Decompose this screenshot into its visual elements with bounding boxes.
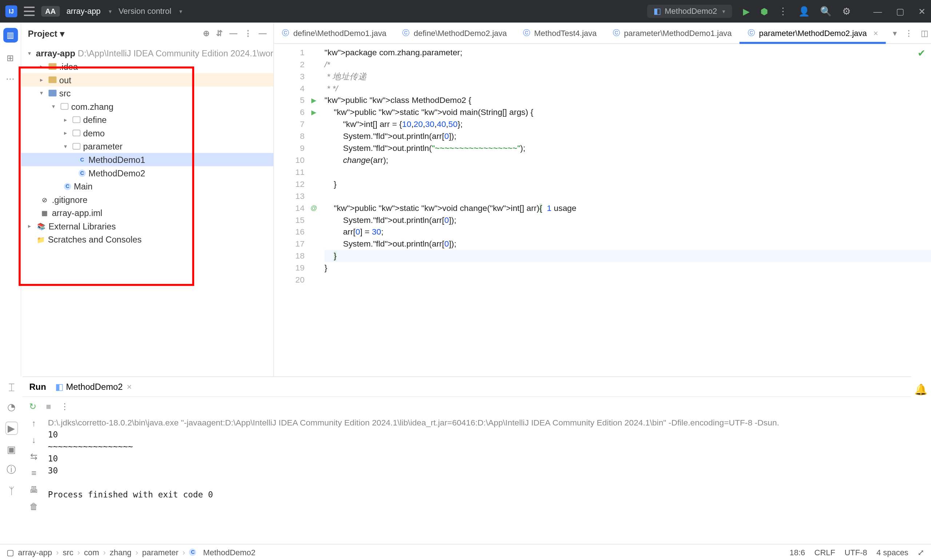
- inspection-ok-icon[interactable]: ✔: [917, 48, 926, 58]
- breadcrumb[interactable]: array-app › src › com › zhang › paramete…: [18, 548, 255, 557]
- problems-icon[interactable]: ▣: [7, 444, 15, 455]
- gutter-icons: ▶▶@: [308, 44, 319, 376]
- tab-define-demo2[interactable]: ⓒdefine\MethodDemo2.java: [395, 23, 515, 43]
- idea-logo-icon: IJ: [5, 5, 17, 17]
- tree-scratch[interactable]: 📁Scratches and Consoles: [22, 233, 274, 246]
- encoding[interactable]: UTF-8: [845, 548, 867, 557]
- run-config-name: MethodDemo2: [665, 6, 717, 16]
- run-config-tab[interactable]: ◧MethodDemo2 ×: [55, 382, 132, 392]
- chevron-down-icon: ▾: [179, 8, 183, 15]
- more-actions-icon[interactable]: ⋮: [778, 6, 788, 16]
- tree-root[interactable]: ▾ array-app D:\App\IntelliJ IDEA Communi…: [22, 46, 274, 60]
- chevron-down-icon: ▾: [60, 28, 65, 38]
- event-log-icon[interactable]: ⓘ: [6, 464, 16, 476]
- tree-iml[interactable]: ▦array-app.iml: [22, 206, 274, 220]
- indent[interactable]: 4 spaces: [876, 548, 908, 557]
- close-run-tab-icon[interactable]: ×: [126, 382, 132, 392]
- tree-gitignore[interactable]: ⊘.gitignore: [22, 193, 274, 206]
- editor-area: ⓒdefine\MethodDemo1.java ⓒdefine\MethodD…: [274, 23, 931, 376]
- git-icon[interactable]: ᛉ: [9, 485, 14, 496]
- rerun-icon[interactable]: ↻: [29, 402, 36, 411]
- close-button[interactable]: ✕: [918, 6, 926, 16]
- root-name: array-app: [36, 48, 75, 58]
- down-icon[interactable]: ↓: [32, 435, 36, 445]
- tree-demo[interactable]: ▸demo: [22, 126, 274, 140]
- print-icon[interactable]: 🖶: [29, 485, 38, 495]
- left-tool-rail: ▥ ⊞ ⋯: [0, 23, 22, 376]
- project-tool-button[interactable]: ▥: [3, 28, 17, 43]
- chevron-down-icon[interactable]: ▾: [893, 28, 897, 38]
- run-button[interactable]: ▶: [743, 6, 749, 16]
- minimize-button[interactable]: —: [873, 6, 882, 16]
- tab-param-demo1[interactable]: ⓒparameter\MethodDemo1.java: [605, 23, 740, 43]
- close-tab-icon[interactable]: ×: [874, 28, 878, 38]
- tree-pkg[interactable]: ▾com.zhang: [22, 100, 274, 113]
- console-output[interactable]: D:\.jdks\corretto-18.0.2\bin\java.exe "-…: [45, 415, 911, 544]
- debug-button[interactable]: ⬢: [760, 6, 768, 16]
- run-config-selector[interactable]: ◧ MethodDemo2 ▾: [646, 5, 732, 18]
- up-icon[interactable]: ↑: [32, 418, 36, 428]
- line-sep[interactable]: CRLF: [814, 548, 835, 557]
- source-code[interactable]: "kw">package com.zhang.parameter; /* * 地…: [319, 44, 931, 376]
- tree-out[interactable]: ▸out: [22, 73, 274, 86]
- run-tool-icon[interactable]: ▶: [5, 422, 18, 435]
- editor-tabs: ⓒdefine\MethodDemo1.java ⓒdefine\MethodD…: [274, 23, 931, 44]
- clear-icon[interactable]: 🗑: [29, 502, 38, 511]
- user-icon[interactable]: 👤: [798, 6, 809, 16]
- search-icon[interactable]: 🔍: [820, 6, 831, 16]
- services-icon[interactable]: ◔: [7, 402, 15, 412]
- vcs-menu[interactable]: Version control: [118, 6, 171, 16]
- project-chip: AA: [41, 6, 60, 16]
- code-editor[interactable]: ✔ 1234567891011121314151617181920 ▶▶@ "k…: [274, 44, 931, 376]
- maximize-button[interactable]: ▢: [896, 6, 904, 16]
- collapse-icon[interactable]: —: [229, 29, 237, 38]
- expand-icon[interactable]: ⇵: [216, 29, 223, 38]
- tree-extlib[interactable]: ▸📚External Libraries: [22, 219, 274, 233]
- sidebar-title[interactable]: Project: [28, 28, 57, 38]
- run-options-icon[interactable]: ⋮: [60, 402, 69, 411]
- tab-define-demo1[interactable]: ⓒdefine\MethodDemo1.java: [274, 23, 394, 43]
- readonly-icon[interactable]: ⤢: [917, 548, 924, 557]
- run-tab-label[interactable]: Run: [29, 382, 46, 392]
- scroll-end-icon[interactable]: ≡: [31, 468, 36, 478]
- hide-icon[interactable]: —: [259, 29, 266, 38]
- tree-main[interactable]: CMain: [22, 180, 274, 193]
- project-sidebar: Project ▾ ⊕ ⇵ — ⋮ — ▾ array-app D:\App\I…: [22, 23, 274, 376]
- root-path: D:\App\IntelliJ IDEA Community Edition 2…: [78, 48, 274, 58]
- terminal-icon[interactable]: ⌶: [9, 382, 14, 392]
- split-editor-icon[interactable]: ◫: [921, 28, 928, 38]
- tree-methoddemo1[interactable]: CMethodDemo1: [22, 153, 274, 166]
- caret-position[interactable]: 18:6: [789, 548, 805, 557]
- tree-methoddemo2[interactable]: CMethodDemo2: [22, 166, 274, 180]
- tree-define[interactable]: ▸define: [22, 113, 274, 126]
- project-tree[interactable]: ▾ array-app D:\App\IntelliJ IDEA Communi…: [22, 44, 274, 376]
- tab-options-icon[interactable]: ⋮: [905, 28, 913, 38]
- console-toolbar: ↑ ↓ ⇆ ≡ 🖶 🗑: [23, 415, 45, 544]
- structure-tool-icon[interactable]: ⊞: [6, 53, 14, 63]
- chevron-down-icon: ▾: [722, 8, 726, 15]
- main-menu-button[interactable]: [24, 6, 35, 16]
- settings-icon[interactable]: ⚙: [842, 6, 851, 16]
- status-bar: ▢ array-app › src › com › zhang › parame…: [0, 544, 931, 560]
- tree-parameter[interactable]: ▾parameter: [22, 140, 274, 153]
- more-tool-icon[interactable]: ⋯: [6, 74, 15, 84]
- tab-param-demo2[interactable]: ⓒparameter\MethodDemo2.java ×: [740, 23, 886, 43]
- tab-methodtest4[interactable]: ⓒMethodTest4.java: [515, 23, 605, 43]
- run-panel: Run ◧MethodDemo2 × ↻ ■ ⋮ ↑ ↓ ⇆ ≡ 🖶 🗑: [23, 376, 911, 544]
- locate-icon[interactable]: ⊕: [203, 29, 209, 38]
- line-gutter: 1234567891011121314151617181920: [274, 44, 308, 376]
- tree-src[interactable]: ▾src: [22, 86, 274, 100]
- notifications-icon[interactable]: 🔔: [914, 383, 928, 395]
- chevron-down-icon: ▾: [109, 8, 112, 15]
- stop-icon[interactable]: ■: [46, 402, 51, 411]
- bottom-left-rail: ⌶ ◔ ▶ ▣ ⓘ ᛉ: [0, 376, 23, 544]
- titlebar: IJ AA array-app ▾ Version control ▾ ◧ Me…: [0, 0, 931, 23]
- options-icon[interactable]: ⋮: [244, 29, 252, 38]
- tree-idea[interactable]: ▸.idea: [22, 60, 274, 74]
- project-name[interactable]: array-app: [66, 6, 101, 16]
- soft-wrap-icon[interactable]: ⇆: [30, 452, 37, 462]
- right-rail: 🔔: [911, 376, 931, 544]
